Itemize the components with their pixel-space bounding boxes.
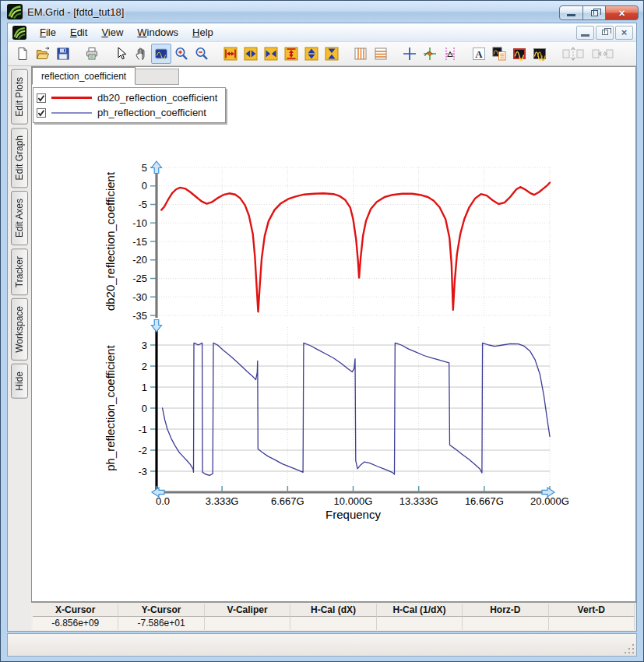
edit-graph-icon — [532, 46, 547, 62]
zoom-in-button[interactable] — [171, 44, 192, 64]
zoom-out-button[interactable] — [192, 44, 212, 64]
collapse-h-icon — [263, 46, 279, 62]
svg-text:2: 2 — [142, 361, 147, 372]
tracker-value-2 — [205, 617, 290, 630]
save-icon — [55, 46, 71, 62]
edit-graph-button[interactable] — [530, 44, 550, 64]
text-label-button[interactable]: A — [469, 44, 489, 64]
tracker-col-v-caliper: V-Caliper — [205, 604, 290, 617]
app-window: EM.Grid - [fdtd_tut18] × FileEditViewWin… — [0, 0, 644, 662]
plot-client-area: reflection_coefficient db20_reflection_c… — [31, 66, 636, 602]
svg-text:-15: -15 — [132, 236, 147, 248]
legend-tool-button[interactable] — [489, 44, 509, 64]
tracker-value-0: -6.856e+09 — [33, 617, 118, 630]
close-icon: × — [618, 8, 625, 19]
tracker-col-h-cal-dx-: H-Cal (dX) — [290, 604, 376, 617]
top-axis-up-handle[interactable] — [152, 161, 162, 174]
tracker-value-4 — [377, 617, 463, 630]
legend-checkbox-1[interactable] — [37, 108, 46, 118]
mid-axis-down-handle[interactable] — [152, 320, 162, 333]
legend-label: ph_reflection_coefficient — [97, 107, 206, 118]
close-button[interactable]: × — [605, 5, 639, 20]
legend-checkbox-0[interactable] — [37, 93, 46, 103]
minimize-button[interactable] — [559, 5, 583, 20]
span-vertical-icon — [561, 46, 585, 62]
side-tab-edit-plots[interactable]: Edit Plots — [11, 69, 28, 125]
cursor-cross-button[interactable] — [399, 44, 420, 64]
menu-help[interactable]: Help — [185, 24, 220, 40]
trace-db20_reflection_coefficient — [161, 183, 550, 312]
menu-file[interactable]: File — [33, 24, 63, 40]
span-horizontal-button[interactable] — [588, 44, 618, 64]
minimize-icon — [567, 14, 575, 16]
plot-tabbar: reflection_coefficient — [32, 67, 179, 85]
tracker-col-horz-d: Horz-D — [463, 604, 548, 617]
collapse-v-button[interactable] — [322, 44, 342, 64]
restore-button[interactable] — [582, 5, 606, 20]
expand-v-button[interactable] — [301, 44, 322, 64]
legend-item-0: db20_reflection_coefficient — [37, 90, 217, 105]
svg-text:0: 0 — [142, 403, 147, 414]
svg-text:-10: -10 — [132, 217, 147, 229]
print-button[interactable] — [82, 44, 102, 64]
menu-windows[interactable]: Windows — [130, 24, 185, 40]
restore-icon — [591, 10, 598, 16]
expand-v-icon — [304, 46, 319, 62]
svg-text:20.000G: 20.000G — [530, 495, 569, 507]
tracker-col-y-cursor: Y-Cursor — [118, 604, 204, 617]
trace-ph_reflection_coefficient — [163, 343, 550, 475]
tracker-tool-button[interactable] — [420, 44, 440, 64]
side-tab-tracker[interactable]: Tracker — [11, 248, 28, 295]
side-tab-workspace[interactable]: Workspace — [11, 298, 28, 361]
mdi-close-button[interactable]: × — [615, 26, 633, 40]
vertical-gridlines-icon — [353, 46, 368, 62]
chart-canvas[interactable]: 50-5-10-15-20-25-30-35db20_reflection_co… — [32, 67, 636, 602]
side-tab-hide[interactable]: Hide — [11, 364, 28, 399]
tracker-col-vert-d: Vert-D — [549, 604, 635, 617]
expand-h-button[interactable] — [241, 44, 261, 64]
caliper-button[interactable] — [440, 44, 460, 64]
menu-edit[interactable]: Edit — [63, 24, 94, 40]
svg-text:3.333G: 3.333G — [206, 495, 239, 507]
text-label-icon: A — [471, 46, 487, 62]
edit-plot-button[interactable] — [509, 44, 530, 64]
svg-text:-35: -35 — [132, 310, 147, 322]
x-axis-title: Frequency — [326, 508, 381, 521]
span-vertical-button[interactable] — [558, 44, 588, 64]
svg-text:6.667G: 6.667G — [271, 495, 304, 507]
zoom-box-button[interactable] — [151, 44, 171, 64]
mdi-restore-button[interactable] — [596, 26, 614, 40]
svg-text:13.333G: 13.333G — [399, 495, 438, 507]
legend-item-1: ph_reflection_coefficient — [37, 105, 217, 120]
tracker-col-x-cursor: X-Cursor — [33, 604, 118, 617]
collapse-h-button[interactable] — [261, 44, 281, 64]
menu-view[interactable]: View — [94, 24, 130, 40]
svg-text:16.667G: 16.667G — [465, 495, 504, 507]
print-icon — [84, 46, 100, 62]
svg-text:A: A — [475, 48, 483, 60]
svg-text:3: 3 — [142, 340, 147, 351]
expand-v-bars-button[interactable] — [281, 44, 301, 64]
pan-hand-button[interactable] — [131, 44, 151, 64]
resize-grip[interactable] — [625, 644, 635, 654]
new-file-button[interactable] — [12, 44, 33, 64]
open-file-button[interactable] — [33, 44, 53, 64]
tab-reflection-coefficient[interactable]: reflection_coefficient — [32, 67, 135, 85]
vertical-gridlines-button[interactable] — [350, 44, 371, 64]
mdi-close-icon: × — [621, 27, 628, 37]
horizontal-gridlines-button[interactable] — [371, 44, 391, 64]
legend-label: db20_reflection_coefficient — [97, 92, 217, 104]
span-horizontal-icon — [591, 46, 614, 62]
select-cursor-button[interactable] — [111, 44, 131, 64]
side-tab-edit-axes[interactable]: Edit Axes — [11, 191, 28, 245]
svg-text:-5: -5 — [138, 199, 147, 210]
expand-h-bars-button[interactable] — [220, 44, 241, 64]
svg-text:-2: -2 — [138, 445, 147, 456]
save-button[interactable] — [53, 44, 73, 64]
svg-text:10.000G: 10.000G — [334, 495, 373, 507]
side-tab-edit-graph[interactable]: Edit Graph — [11, 128, 28, 188]
mdi-minimize-button[interactable] — [576, 26, 594, 40]
expand-v-bars-icon — [283, 46, 299, 62]
zoom-box-icon — [153, 46, 169, 62]
pan-hand-icon — [133, 46, 149, 62]
